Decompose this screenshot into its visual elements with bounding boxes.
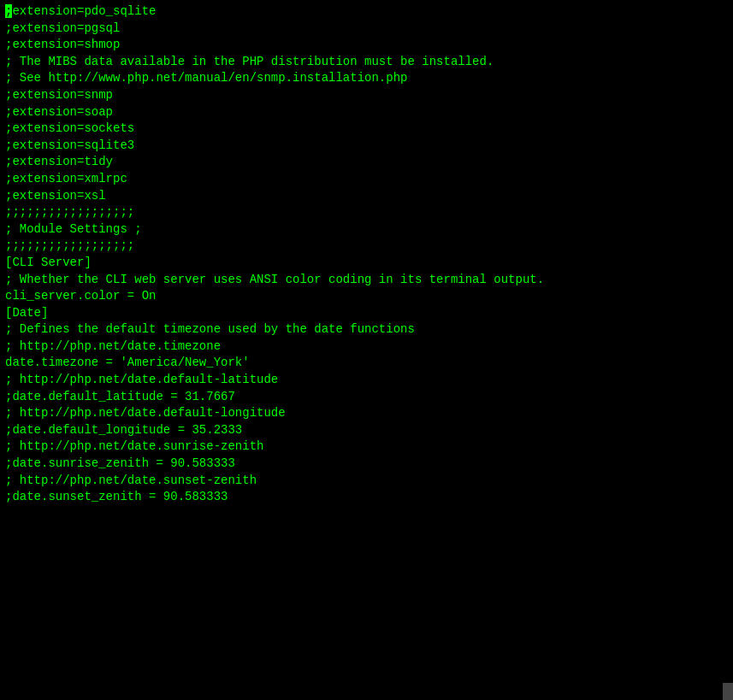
code-line: ; http://php.net/date.default-latitude [5, 372, 728, 389]
code-line: ; http://php.net/date.sunrise-zenith [5, 438, 728, 456]
code-line: ;extension=sqlite3 [5, 138, 728, 155]
code-line: ; http://php.net/date.default-longitude [5, 405, 728, 422]
highlighted-char: ; [5, 4, 12, 18]
code-line: ;date.default_longitude = 35.2333 [5, 422, 728, 439]
code-line: ; http://php.net/date.sunset-zenith [5, 473, 728, 490]
code-line: date.timezone = 'America/New_York' [5, 355, 728, 372]
code-line: ; See http://www.php.net/manual/en/snmp.… [5, 70, 728, 87]
code-line: ;extension=tidy [5, 154, 728, 171]
code-line: ;date.default_latitude = 31.7667 [5, 389, 728, 406]
code-line: cli_server.color = On [5, 288, 728, 305]
code-line: ;;;;;;;;;;;;;;;;;; [5, 238, 728, 255]
code-line: ;extension=xsl [5, 188, 728, 205]
code-line: ;extension=pgsql [5, 21, 728, 38]
scrollbar[interactable] [723, 683, 733, 700]
code-content: ;extension=pdo_sqlite;extension=pgsql;ex… [5, 3, 728, 506]
code-line: ;extension=pdo_sqlite [5, 3, 728, 21]
code-line: ;date.sunset_zenith = 90.583333 [5, 489, 728, 506]
code-line: [Date] [5, 305, 728, 322]
code-line: ;extension=soap [5, 104, 728, 121]
code-line: ;extension=xmlrpc [5, 171, 728, 188]
code-line: ;extension=shmop [5, 37, 728, 54]
code-line: ; Defines the default timezone used by t… [5, 321, 728, 338]
code-line: ; Module Settings ; [5, 221, 728, 238]
code-line: ; The MIBS data available in the PHP dis… [5, 54, 728, 71]
code-line: ; Whether the CLI web server uses ANSI c… [5, 272, 728, 289]
code-line: [CLI Server] [5, 255, 728, 272]
terminal-window: ;extension=pdo_sqlite;extension=pgsql;ex… [0, 0, 733, 700]
code-line: ;date.sunrise_zenith = 90.583333 [5, 456, 728, 473]
code-line: ;;;;;;;;;;;;;;;;;; [5, 204, 728, 221]
code-line: ;extension=snmp [5, 87, 728, 104]
code-line: ;extension=sockets [5, 121, 728, 138]
code-line: ; http://php.net/date.timezone [5, 338, 728, 356]
